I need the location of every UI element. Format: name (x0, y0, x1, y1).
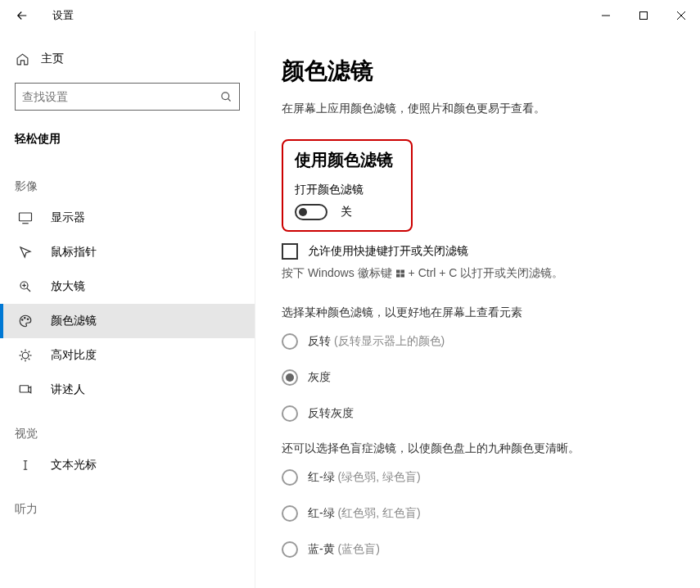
text-cursor-icon (18, 458, 33, 473)
radio-label: 红-绿 (红色弱, 红色盲) (308, 506, 421, 521)
radio-grayscale[interactable]: 灰度 (282, 369, 700, 386)
svg-rect-26 (396, 270, 400, 274)
home-icon (15, 52, 29, 66)
minimize-button[interactable] (587, 2, 625, 29)
palette-icon (18, 314, 33, 328)
svg-point-12 (22, 319, 24, 321)
shortcut-hint-suffix: + Ctrl + C 以打开或关闭滤镜。 (409, 266, 564, 281)
back-button[interactable] (15, 8, 29, 23)
filter-description: 选择某种颜色滤镜，以更好地在屏幕上查看元素 (282, 305, 700, 320)
svg-point-13 (25, 318, 26, 319)
sidebar-item-label: 显示器 (51, 210, 85, 225)
sidebar-item-label: 放大镜 (51, 279, 85, 294)
svg-line-23 (29, 351, 30, 353)
group-title-visual: 视觉 (0, 407, 255, 448)
search-box[interactable] (15, 83, 240, 111)
sidebar-item-label: 讲述人 (51, 382, 85, 397)
radio-invert-grayscale[interactable]: 反转灰度 (282, 405, 700, 422)
radio-label: 反转灰度 (308, 406, 354, 421)
home-nav[interactable]: 主页 (0, 43, 255, 75)
sidebar-item-cursor[interactable]: 鼠标指针 (0, 235, 255, 269)
titlebar-left: 设置 (15, 8, 74, 23)
radio-button (282, 369, 298, 386)
radio-button (282, 333, 298, 350)
svg-line-9 (27, 288, 30, 292)
svg-line-22 (21, 359, 23, 360)
highlight-box: 使用颜色滤镜 打开颜色滤镜 关 (282, 139, 413, 232)
radio-button (282, 505, 298, 522)
maximize-button[interactable] (625, 2, 662, 29)
sidebar-item-text-cursor[interactable]: 文本光标 (0, 448, 255, 482)
svg-rect-6 (20, 213, 32, 221)
sidebar-item-label: 颜色滤镜 (51, 314, 97, 328)
sidebar-item-display[interactable]: 显示器 (0, 201, 255, 235)
window-controls (587, 2, 700, 29)
radio-label: 反转 (反转显示器上的颜色) (308, 334, 445, 349)
sidebar-item-color-filters[interactable]: 颜色滤镜 (0, 304, 255, 338)
shortcut-hint-prefix: 按下 Windows 徽标键 (282, 266, 392, 281)
close-button[interactable] (662, 2, 700, 29)
sidebar-item-high-contrast[interactable]: 高对比度 (0, 338, 255, 373)
sidebar-item-label: 文本光标 (51, 458, 97, 473)
radio-red-green-protan[interactable]: 红-绿 (红色弱, 红色盲) (282, 505, 700, 522)
titlebar: 设置 (0, 0, 700, 31)
svg-rect-29 (400, 274, 404, 278)
group-title-hearing: 听力 (0, 482, 255, 523)
svg-line-5 (228, 98, 230, 101)
sidebar-item-narrator[interactable]: 讲述人 (0, 373, 255, 407)
toggle-knob (299, 208, 307, 216)
radio-button (282, 405, 298, 422)
svg-line-21 (29, 359, 30, 360)
group-title-vision: 影像 (0, 160, 255, 201)
color-filter-toggle[interactable] (295, 204, 327, 220)
svg-rect-24 (20, 386, 29, 392)
svg-point-15 (22, 352, 29, 359)
home-label: 主页 (41, 52, 64, 66)
sidebar: 主页 轻松使用 影像 显示器 鼠标指针 放大镜 (0, 31, 255, 588)
radio-button (282, 541, 298, 558)
main-content: 颜色滤镜 在屏幕上应用颜色滤镜，使照片和颜色更易于查看。 使用颜色滤镜 打开颜色… (255, 31, 700, 588)
sidebar-section-title: 轻松使用 (0, 125, 255, 160)
narrator-icon (18, 382, 33, 397)
toggle-row: 关 (295, 204, 400, 220)
radio-label: 红-绿 (绿色弱, 绿色盲) (308, 470, 421, 485)
page-title: 颜色滤镜 (282, 56, 700, 87)
radio-label: 灰度 (308, 370, 331, 385)
svg-line-20 (21, 351, 23, 353)
toggle-label: 打开颜色滤镜 (295, 183, 400, 197)
svg-rect-1 (640, 12, 648, 20)
shortcut-checkbox-label: 允许使用快捷键打开或关闭滤镜 (308, 244, 468, 259)
svg-point-4 (222, 92, 229, 99)
magnifier-icon (18, 279, 33, 294)
radio-blue-yellow[interactable]: 蓝-黄 (蓝色盲) (282, 541, 700, 558)
shortcut-hint: 按下 Windows 徽标键 + Ctrl + C 以打开或关闭滤镜。 (282, 266, 700, 281)
sidebar-item-label: 鼠标指针 (51, 245, 97, 260)
colorblind-description: 还可以选择色盲症滤镜，以使颜色盘上的九种颜色更清晰。 (282, 441, 700, 456)
svg-rect-27 (400, 270, 404, 274)
windows-key-icon (395, 269, 405, 278)
sidebar-item-magnifier[interactable]: 放大镜 (0, 269, 255, 304)
contrast-icon (18, 348, 33, 363)
search-icon (220, 91, 233, 103)
use-filter-heading: 使用颜色滤镜 (295, 149, 400, 171)
radio-red-green-deuter[interactable]: 红-绿 (绿色弱, 绿色盲) (282, 469, 700, 486)
shortcut-checkbox[interactable] (282, 243, 298, 260)
sidebar-item-label: 高对比度 (51, 348, 97, 363)
svg-point-14 (27, 319, 29, 320)
radio-label: 蓝-黄 (蓝色盲) (308, 542, 380, 557)
search-input[interactable] (22, 90, 220, 103)
cursor-icon (18, 245, 33, 260)
shortcut-checkbox-row: 允许使用快捷键打开或关闭滤镜 (282, 243, 700, 260)
window-title: 设置 (52, 8, 74, 23)
monitor-icon (18, 210, 33, 225)
toggle-state: 关 (341, 205, 352, 219)
radio-button (282, 469, 298, 486)
radio-invert[interactable]: 反转 (反转显示器上的颜色) (282, 333, 700, 350)
svg-rect-28 (396, 274, 400, 278)
page-subtitle: 在屏幕上应用颜色滤镜，使照片和颜色更易于查看。 (282, 102, 700, 116)
